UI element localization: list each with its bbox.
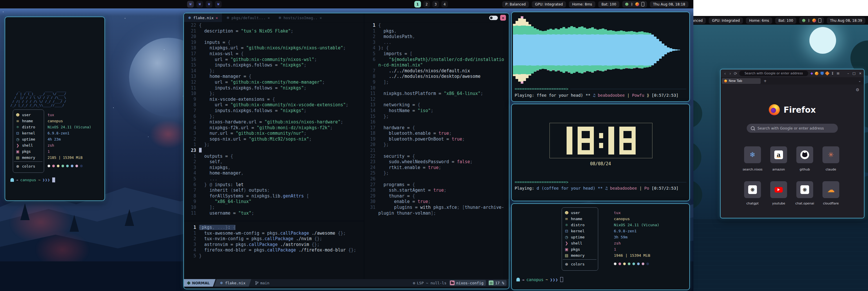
terminal-window-clock[interactable]: 08/08/24 =====================> Playing:… bbox=[511, 104, 690, 201]
tab-flake-nix[interactable]: ❄flake.nix× bbox=[184, 13, 222, 22]
list-all-tabs-chevron[interactable]: ⌄ bbox=[859, 79, 861, 83]
code-segment: ... bbox=[210, 176, 217, 181]
url-bar[interactable]: Search with Google or enter address bbox=[739, 70, 808, 76]
fastfetch-row: ≡hname bbox=[15, 118, 33, 124]
code-pane-iso-image[interactable]: 1{1 pkgs,2 modulesPath,3 ...4}: {5 impor… bbox=[365, 23, 508, 216]
penguin-tray-icon[interactable]: ☻ bbox=[625, 3, 629, 6]
terminal-window-cava[interactable]: =====================> Playing: ffee for… bbox=[511, 11, 690, 102]
close-icon[interactable]: × bbox=[216, 16, 218, 20]
code-text: }; bbox=[378, 142, 389, 148]
terminal-window-fastfetch-left[interactable]: _ ___ ____ _____ / | / (_)_ __/ __ \/ __… bbox=[5, 17, 105, 201]
code-segment bbox=[199, 187, 210, 193]
ublock-shield-icon[interactable] bbox=[820, 72, 824, 75]
workspace-button-3[interactable]: 3 bbox=[432, 1, 439, 7]
shortcut-tile-amazon[interactable]: a bbox=[770, 146, 787, 163]
phone-tray-icon[interactable] bbox=[642, 2, 644, 6]
shortcut-tile-chatgpt[interactable]: ❋ bbox=[744, 181, 761, 198]
horizontal-split-divider[interactable] bbox=[184, 221, 364, 221]
shortcut-tile-search-nixos[interactable]: ❄ bbox=[744, 146, 761, 163]
media-tray-icon[interactable] bbox=[812, 19, 816, 22]
terminal-window-fastfetch-right[interactable]: ☻usertux≡hnamecanopus⚛distroNixOS 24.11 … bbox=[511, 203, 690, 290]
close-icon[interactable]: × bbox=[320, 16, 322, 20]
code-segment: } bbox=[378, 45, 381, 51]
shortcut-tile-youtube[interactable] bbox=[770, 181, 787, 198]
penguin-tray-icon[interactable]: ☻ bbox=[802, 19, 806, 22]
code-segment: [ bbox=[462, 205, 465, 210]
tab-label: hosts/isoImag.. bbox=[283, 16, 317, 20]
hamburger-menu-button[interactable]: ≡ bbox=[837, 71, 840, 76]
taskbar-app-button[interactable]: W bbox=[187, 1, 194, 7]
extension-icon-circle[interactable] bbox=[815, 72, 818, 75]
buffer-pin-toggle[interactable] bbox=[489, 16, 498, 20]
visualizer-bar bbox=[594, 29, 596, 71]
code-segment bbox=[272, 85, 275, 91]
palette-icon: ⊛ bbox=[564, 262, 569, 266]
shortcut-tile-cloudflare[interactable]: ☁ bbox=[823, 181, 839, 198]
new-tab-button[interactable]: + bbox=[764, 79, 767, 83]
code-segment: "github:nixos/nixpkgs/nixos-unstable" bbox=[246, 45, 343, 51]
tab-new-tab[interactable]: New Tab bbox=[722, 78, 761, 84]
buffer-close-button[interactable]: × bbox=[500, 15, 506, 21]
firefox-window[interactable]: ‹ › ⟳ Search with Google or enter addres… bbox=[720, 69, 865, 219]
reload-button[interactable]: ⟳ bbox=[733, 71, 738, 76]
workspace-switcher: 1234 bbox=[414, 1, 448, 7]
code-segment: description bbox=[204, 28, 233, 34]
close-icon[interactable]: × bbox=[268, 16, 270, 20]
maximize-button[interactable]: □ bbox=[852, 71, 855, 75]
code-segment: }; bbox=[210, 114, 215, 119]
folder-icon bbox=[450, 281, 455, 285]
shortcut-tile-github[interactable] bbox=[796, 146, 813, 163]
bluetooth-tray-icon[interactable]: ᛒ bbox=[631, 3, 633, 6]
minimize-button[interactable]: – bbox=[847, 71, 849, 75]
code-segment: pkgs bbox=[202, 225, 212, 230]
workspace-button-4[interactable]: 4 bbox=[441, 1, 448, 7]
taskbar-app-button[interactable]: W bbox=[196, 1, 203, 7]
extension-icon-purple[interactable]: ◆ bbox=[811, 71, 813, 75]
workspace-button-2[interactable]: 2 bbox=[423, 1, 430, 7]
phone-tray-icon[interactable] bbox=[818, 18, 821, 23]
visualizer-bar bbox=[552, 30, 555, 70]
shortcut-tile-claude[interactable]: ✳ bbox=[823, 146, 839, 163]
metamask-fox-icon[interactable] bbox=[825, 71, 830, 76]
code-segment: ; bbox=[346, 102, 348, 108]
code-pane-flake-nix[interactable]: 22{21 description = "tux's NixOS Flake";… bbox=[186, 23, 363, 216]
tab-hosts-isoImag-[interactable]: ❄hosts/isoImag..× bbox=[274, 13, 326, 22]
media-tray-icon[interactable] bbox=[636, 2, 639, 6]
close-button[interactable]: × bbox=[859, 71, 862, 75]
search-input[interactable]: Search with Google or enter address bbox=[747, 124, 838, 133]
taskbar-app-icons: WWWW bbox=[187, 1, 222, 7]
import-icon[interactable]: ↧ bbox=[831, 71, 834, 76]
code-text: inputs = { bbox=[199, 40, 230, 46]
code-segment bbox=[238, 51, 241, 56]
bluetooth-tray-icon[interactable]: ᛒ bbox=[808, 19, 810, 22]
code-segment: url bbox=[215, 102, 222, 108]
code-segment: true bbox=[417, 199, 428, 204]
forward-button[interactable]: › bbox=[727, 71, 733, 76]
back-button[interactable]: ‹ bbox=[722, 71, 727, 76]
line-number: 23 bbox=[186, 148, 196, 154]
prompt-path: ~ bbox=[546, 278, 548, 282]
shortcut-tile-chat-openai[interactable]: ❋ bbox=[796, 181, 813, 198]
line-number: 1 bbox=[365, 28, 375, 34]
statusline: NORMAL ❄ flake.nix main ⚙ LSP ~ null-ls … bbox=[184, 279, 509, 287]
shell-prompt[interactable]: →canopus~❯❯❯ bbox=[517, 277, 563, 282]
tab-label: flake.nix bbox=[193, 16, 214, 20]
tab-pkgs-default-[interactable]: ❄pkgs/default...× bbox=[222, 13, 274, 22]
shell-prompt[interactable]: →canopus~❯❯❯ bbox=[10, 177, 55, 182]
code-segment: pkgs.xfce bbox=[433, 205, 457, 210]
code-segment: = bbox=[433, 131, 436, 136]
workspace-button-1[interactable]: 1 bbox=[414, 1, 421, 7]
code-segment: "github:Mic92/sops-nix" bbox=[249, 137, 309, 142]
taskbar-app-button[interactable]: W bbox=[206, 1, 212, 7]
code-pane-pkgs-default[interactable]: 1{pkgs, ...}: {1 tux-awesome-wm-config =… bbox=[186, 225, 363, 259]
personalize-gear-icon[interactable]: ⚙ bbox=[856, 87, 859, 92]
code-segment: nixpkgs.lib. bbox=[251, 194, 283, 199]
code-line: 3 nixpkgs, bbox=[186, 165, 363, 171]
code-segment bbox=[199, 28, 204, 34]
code-line: 28 ssh.startAgent = true; bbox=[365, 187, 508, 194]
now-playing-segment: d (coffee for your head) ** bbox=[537, 186, 605, 191]
taskbar-app-button[interactable]: W bbox=[215, 1, 222, 7]
code-line: 25 }; bbox=[365, 171, 508, 176]
vertical-split-divider[interactable] bbox=[364, 13, 364, 280]
neovim-editor-window[interactable]: ❄flake.nix×❄pkgs/default...×❄hosts/isoIm… bbox=[183, 13, 509, 289]
